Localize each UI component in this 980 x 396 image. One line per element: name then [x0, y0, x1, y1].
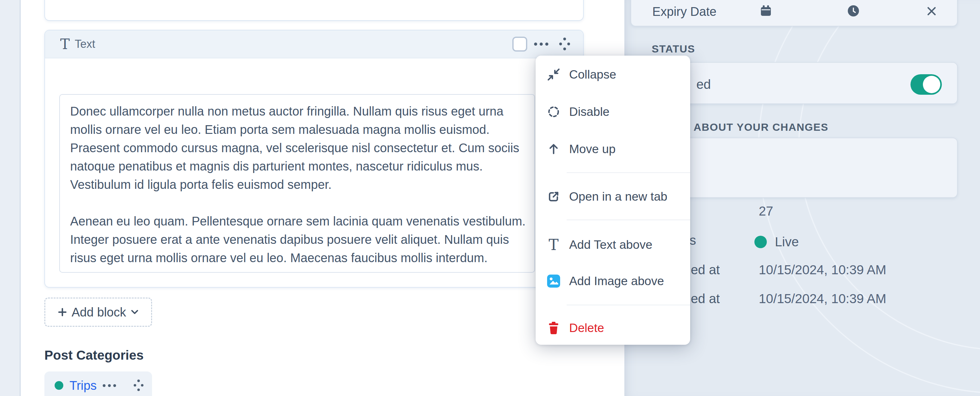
- left-rail: [0, 0, 21, 396]
- menu-item-add-image-above[interactable]: Add Image above: [536, 264, 690, 298]
- arrow-up-icon: [547, 142, 560, 156]
- menu-divider: [566, 305, 690, 305]
- text-block-header: T Text: [45, 30, 583, 58]
- category-drag-handle-icon[interactable]: [132, 379, 145, 392]
- menu-label: Open in a new tab: [569, 190, 668, 203]
- external-link-icon: [547, 190, 560, 203]
- menu-label: Move up: [569, 142, 616, 156]
- block-type-label: Text: [75, 38, 512, 51]
- text-icon: T: [547, 238, 560, 252]
- block-select-checkbox[interactable]: [512, 37, 527, 51]
- post-categories-title: Post Categories: [45, 348, 144, 363]
- add-block-label: Add block: [72, 305, 126, 319]
- updated-at-label-fragment: ed at: [691, 291, 720, 306]
- status-toggle[interactable]: [910, 74, 942, 95]
- created-at-label-fragment: ed at: [691, 262, 720, 277]
- expiry-date-field[interactable]: Expiry Date: [631, 0, 958, 26]
- menu-label: Add Text above: [569, 238, 652, 252]
- block-more-options-icon[interactable]: [534, 43, 548, 46]
- live-status: Live: [754, 235, 799, 249]
- revisions-value: 27: [759, 204, 773, 219]
- previous-block-card: [45, 0, 584, 21]
- menu-label: Disable: [569, 105, 609, 119]
- status-meta-label-fragment: s: [689, 233, 696, 248]
- updated-at-value: 10/15/2024, 10:39 AM: [759, 291, 886, 306]
- live-status-label: Live: [775, 235, 799, 249]
- changes-section-label-fragment: ABOUT YOUR CHANGES: [694, 121, 828, 133]
- clear-value-icon[interactable]: [927, 6, 936, 16]
- text-type-icon: T: [60, 37, 70, 51]
- category-more-options-icon[interactable]: [103, 384, 116, 387]
- category-status-dot: [55, 381, 63, 390]
- category-list-item: Trips: [45, 372, 152, 396]
- page: T Text Text Donec ullamcorper nulla non …: [0, 0, 980, 396]
- menu-item-delete[interactable]: Delete: [536, 311, 690, 345]
- menu-item-open-new-tab[interactable]: Open in a new tab: [536, 179, 690, 214]
- menu-item-disable[interactable]: Disable: [536, 95, 690, 129]
- text-block-card: T Text Text Donec ullamcorper nulla non …: [45, 30, 584, 287]
- image-icon: [547, 274, 560, 288]
- status-field-value-fragment: ed: [696, 77, 711, 92]
- menu-item-move-up[interactable]: Move up: [536, 132, 690, 166]
- chevron-down-icon: [131, 310, 138, 315]
- plus-icon: [58, 308, 67, 316]
- text-field-input[interactable]: Donec ullamcorper nulla non metus auctor…: [59, 94, 535, 273]
- block-drag-handle-icon[interactable]: [558, 37, 572, 51]
- expiry-date-label: Expiry Date: [652, 5, 716, 19]
- block-context-menu: Collapse Disable Move up: [536, 56, 690, 345]
- menu-label: Delete: [569, 321, 604, 335]
- disable-icon: [547, 105, 560, 119]
- menu-label: Collapse: [569, 68, 616, 81]
- category-link[interactable]: Trips: [70, 378, 97, 393]
- clock-icon[interactable]: [847, 5, 860, 17]
- text-paragraph: Aenean eu leo quam. Pellentesque ornare …: [70, 212, 533, 267]
- menu-item-add-text-above[interactable]: T Add Text above: [536, 228, 690, 262]
- add-block-button[interactable]: Add block: [45, 297, 152, 327]
- calendar-icon[interactable]: [760, 5, 772, 17]
- trash-icon: [547, 321, 560, 335]
- menu-item-collapse[interactable]: Collapse: [536, 57, 690, 92]
- live-status-dot: [754, 236, 767, 248]
- menu-label: Add Image above: [569, 274, 664, 288]
- menu-divider: [566, 172, 690, 173]
- created-at-value: 10/15/2024, 10:39 AM: [759, 262, 886, 277]
- collapse-icon: [547, 68, 560, 81]
- text-paragraph: Donec ullamcorper nulla non metus auctor…: [70, 102, 533, 194]
- menu-divider: [566, 220, 690, 220]
- status-section-label: STATUS: [652, 43, 695, 55]
